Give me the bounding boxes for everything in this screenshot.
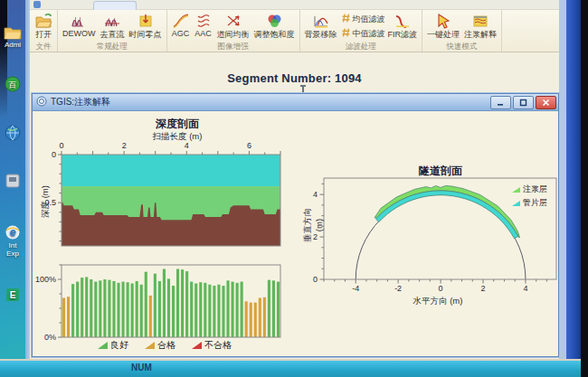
agc-icon <box>172 12 190 29</box>
child-titlebar[interactable]: TGIS:注浆解释 <box>33 94 558 111</box>
mean-filter-button[interactable]: 均值滤波 <box>340 13 385 25</box>
grouting-interpret-button[interactable]: 注浆解释 <box>462 11 498 42</box>
minimize-button[interactable] <box>490 96 511 109</box>
bar <box>76 282 79 337</box>
percent-bar-plot: 100%0% <box>36 261 293 341</box>
bgremove-icon <box>312 12 330 29</box>
bar <box>176 269 179 337</box>
dc-icon <box>103 12 121 29</box>
fir-icon <box>394 12 412 29</box>
bar <box>94 282 97 337</box>
open-button[interactable]: 打开 <box>33 11 54 42</box>
tunnel-legend: 注浆层管片层 <box>512 184 547 209</box>
desktop-icon-excel[interactable]: E <box>1 287 24 303</box>
main-content: Segment Number: 1094 TGIS:注浆解释 深度剖面 扫描长度… <box>30 52 559 359</box>
monitor-bezel-corner <box>0 0 7 118</box>
bar <box>62 297 65 337</box>
aac-button[interactable]: AAC <box>193 11 214 42</box>
bar <box>71 284 74 337</box>
svg-text:4: 4 <box>523 284 527 293</box>
bar <box>272 280 275 337</box>
bar <box>85 277 88 337</box>
svg-text:2: 2 <box>122 141 127 150</box>
monitor-bezel <box>581 0 588 377</box>
legend-item: 管片层 <box>512 197 547 209</box>
window-right-border-light <box>559 0 566 359</box>
child-window-title: TGIS:注浆解释 <box>51 96 110 108</box>
desktop-icon-app-gray[interactable] <box>1 174 24 189</box>
ribbon-group-label: 文件 <box>33 42 54 52</box>
window-icon <box>36 94 47 110</box>
bar <box>236 283 239 337</box>
svg-text:0.5: 0.5 <box>44 198 56 207</box>
one-click-process-button[interactable]: 一键处理 <box>425 11 461 42</box>
equalize-icon <box>224 12 242 29</box>
background-removal-button[interactable]: 背景移除 <box>303 11 339 42</box>
ribbon-group-label: 快速模式 <box>425 42 498 52</box>
svg-text:-4: -4 <box>352 284 359 293</box>
bar <box>158 281 161 337</box>
svg-text:4: 4 <box>313 190 318 199</box>
bar <box>145 272 147 337</box>
bar <box>250 303 252 337</box>
saturation-button[interactable]: 调整饱和度 <box>252 11 297 42</box>
oneclick-icon <box>434 12 452 29</box>
ribbon-group-label: 滤波处理 <box>303 42 420 52</box>
hash-icon <box>340 13 351 25</box>
trace-equalize-button[interactable]: 道间均衡 <box>215 11 251 42</box>
desktop-icon-user-folder[interactable]: Admi <box>1 25 24 49</box>
ribbon-tab[interactable] <box>93 1 137 10</box>
hash-icon <box>340 27 351 40</box>
bar <box>140 285 143 337</box>
dewow-icon <box>70 12 88 29</box>
bar <box>136 281 138 337</box>
svg-text:4: 4 <box>185 141 189 150</box>
tgis-child-window: TGIS:注浆解释 深度剖面 扫描长度 (m) 深度 (m) 024600.5 … <box>32 93 559 357</box>
bar <box>108 280 110 337</box>
bar <box>222 286 224 337</box>
depth-profile-plot: 024600.5 <box>36 138 293 252</box>
ribbon-group: DEWOW去直流时间零点常规处理 <box>58 10 167 52</box>
close-button[interactable] <box>536 96 556 109</box>
dewow-button[interactable]: DEWOW <box>61 11 98 42</box>
bar <box>185 271 188 337</box>
bar <box>226 280 229 337</box>
agc-button[interactable]: AGC <box>170 11 192 42</box>
bar <box>67 297 70 337</box>
bar <box>204 283 206 337</box>
bar <box>90 279 92 337</box>
desktop-icon-network-globe[interactable] <box>1 125 24 142</box>
bar <box>263 297 266 337</box>
ribbon-group: 背景移除均值滤波中值滤波FIR滤波滤波处理 <box>300 10 423 52</box>
bar <box>81 278 83 337</box>
bar <box>245 301 248 337</box>
bar <box>117 283 119 337</box>
desktop-icon-baidu[interactable]: 百 <box>1 76 24 93</box>
saturation-icon <box>265 12 283 29</box>
svg-text:0: 0 <box>52 150 56 159</box>
time-zero-button[interactable]: 时间零点 <box>128 11 164 42</box>
open-icon <box>34 12 52 29</box>
bar <box>103 279 106 337</box>
bar <box>213 286 215 337</box>
tunnel-chart-y-axis-label: 垂直方向 (m) <box>300 205 326 245</box>
ribbon: 打开文件DEWOW去直流时间零点常规处理AGCAAC道间均衡调整饱和度图像增强背… <box>30 10 559 52</box>
ribbon-tabstrip <box>30 0 559 10</box>
remove-dc-button[interactable]: 去直流 <box>99 11 127 42</box>
bar <box>190 282 193 337</box>
median-filter-button[interactable]: 中值滤波 <box>340 27 385 40</box>
bar <box>112 281 115 337</box>
desktop-icon-internet-explorer[interactable]: eIntExp <box>1 224 24 258</box>
bar <box>163 269 166 337</box>
app-window: 打开文件DEWOW去直流时间零点常规处理AGCAAC道间均衡调整饱和度图像增强背… <box>25 0 582 359</box>
legend-item: 合格 <box>145 339 175 352</box>
fir-filter-button[interactable]: FIR滤波 <box>386 11 420 42</box>
taskbar: NUM <box>0 359 582 377</box>
timezero-icon <box>137 12 155 29</box>
segment-number-label: Segment Number: 1094 <box>30 71 559 85</box>
bar <box>259 297 261 337</box>
bar <box>199 282 202 337</box>
svg-text:2: 2 <box>481 284 486 293</box>
maximize-button[interactable] <box>513 96 534 109</box>
bar <box>231 282 233 337</box>
